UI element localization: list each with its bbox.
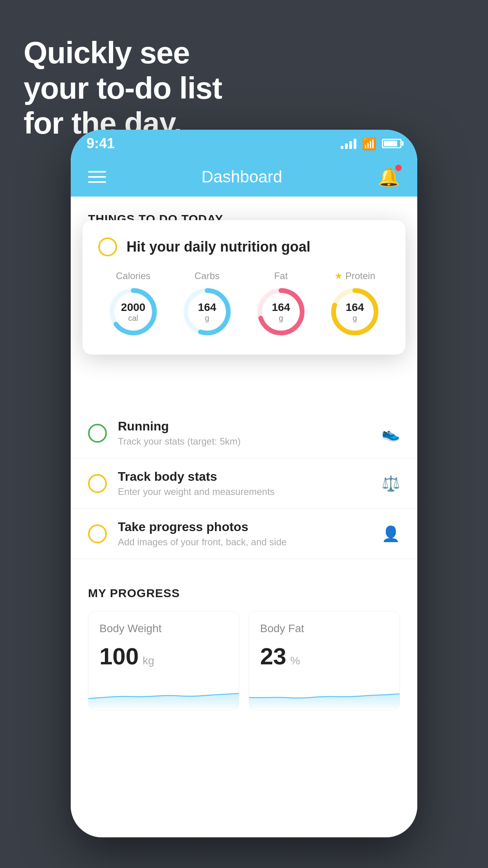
phone-shell: 9:41 📶 Dashboard 🔔 THINGS TO DO TOD — [71, 130, 417, 837]
calories-ring: 2000 cal — [108, 286, 159, 337]
protein-label: ★ Protein — [334, 270, 375, 281]
progress-header: MY PROGRESS — [88, 587, 400, 600]
notification-button[interactable]: 🔔 — [378, 166, 400, 188]
protein-value: 164 — [346, 302, 364, 314]
todo-text-running: Running Track your stats (target: 5km) — [118, 419, 371, 447]
todo-subtitle-running: Track your stats (target: 5km) — [118, 436, 371, 447]
card-circle-indicator — [98, 237, 117, 256]
todo-title-body-stats: Track body stats — [118, 469, 371, 484]
todo-circle-body-stats — [88, 474, 107, 493]
todo-title-photos: Take progress photos — [118, 520, 371, 534]
todo-list: Running Track your stats (target: 5km) 👟… — [71, 408, 417, 559]
headline: Quickly see your to-do list for the day. — [24, 35, 222, 141]
protein-star-icon: ★ — [334, 270, 343, 281]
signal-icon — [341, 138, 356, 149]
body-weight-card[interactable]: Body Weight 100 kg — [88, 611, 239, 710]
todo-circle-running — [88, 424, 107, 443]
wifi-icon: 📶 — [362, 137, 376, 151]
nutrition-fat: Fat 164 g — [255, 270, 306, 337]
todo-subtitle-photos: Add images of your front, back, and side — [118, 537, 371, 548]
progress-cards: Body Weight 100 kg — [88, 611, 400, 710]
running-icon: 👟 — [382, 425, 400, 442]
nutrition-card: Hit your daily nutrition goal Calories 2… — [83, 220, 405, 355]
notification-dot — [395, 165, 402, 171]
protein-ring: 164 g — [329, 286, 380, 337]
menu-button[interactable] — [88, 171, 106, 183]
battery-icon — [382, 139, 402, 148]
todo-circle-photos — [88, 524, 107, 543]
todo-text-photos: Take progress photos Add images of your … — [118, 520, 371, 548]
carbs-label: Carbs — [194, 270, 220, 281]
body-fat-value: 23 — [260, 643, 286, 670]
header-title: Dashboard — [202, 167, 282, 186]
todo-subtitle-body-stats: Enter your weight and measurements — [118, 486, 371, 497]
person-icon: 👤 — [382, 525, 400, 542]
todo-item-running[interactable]: Running Track your stats (target: 5km) 👟 — [71, 408, 417, 458]
fat-ring: 164 g — [255, 286, 306, 337]
status-bar: 9:41 📶 — [71, 130, 417, 157]
body-fat-title: Body Fat — [260, 622, 389, 635]
fat-label: Fat — [274, 270, 288, 281]
todo-title-running: Running — [118, 419, 371, 434]
carbs-value: 164 — [198, 302, 216, 314]
app-content: THINGS TO DO TODAY Hit your daily nutrit… — [71, 197, 417, 837]
body-weight-unit: kg — [143, 655, 154, 667]
body-weight-chart — [88, 681, 239, 708]
todo-text-body-stats: Track body stats Enter your weight and m… — [118, 469, 371, 497]
body-fat-chart — [249, 681, 400, 708]
nutrition-carbs: Carbs 164 g — [182, 270, 233, 337]
scale-icon: ⚖️ — [382, 475, 400, 492]
body-weight-title: Body Weight — [99, 622, 228, 635]
status-icons: 📶 — [341, 137, 402, 151]
nutrition-protein: ★ Protein 164 g — [329, 270, 380, 337]
body-weight-value: 100 — [99, 643, 139, 670]
status-time: 9:41 — [86, 135, 115, 152]
app-header: Dashboard 🔔 — [71, 157, 417, 197]
calories-value: 2000 — [121, 302, 145, 314]
fat-value: 164 — [272, 302, 290, 314]
todo-item-photos[interactable]: Take progress photos Add images of your … — [71, 509, 417, 559]
progress-section: MY PROGRESS Body Weight 100 kg — [71, 571, 417, 710]
calories-label: Calories — [116, 270, 150, 281]
nutrition-calories: Calories 2000 cal — [108, 270, 159, 337]
body-fat-card[interactable]: Body Fat 23 % — [249, 611, 400, 710]
nutrition-card-title: Hit your daily nutrition goal — [127, 239, 310, 255]
todo-item-body-stats[interactable]: Track body stats Enter your weight and m… — [71, 458, 417, 509]
nutrition-row: Calories 2000 cal Carbs — [98, 270, 390, 337]
body-fat-unit: % — [290, 655, 300, 667]
carbs-ring: 164 g — [182, 286, 233, 337]
